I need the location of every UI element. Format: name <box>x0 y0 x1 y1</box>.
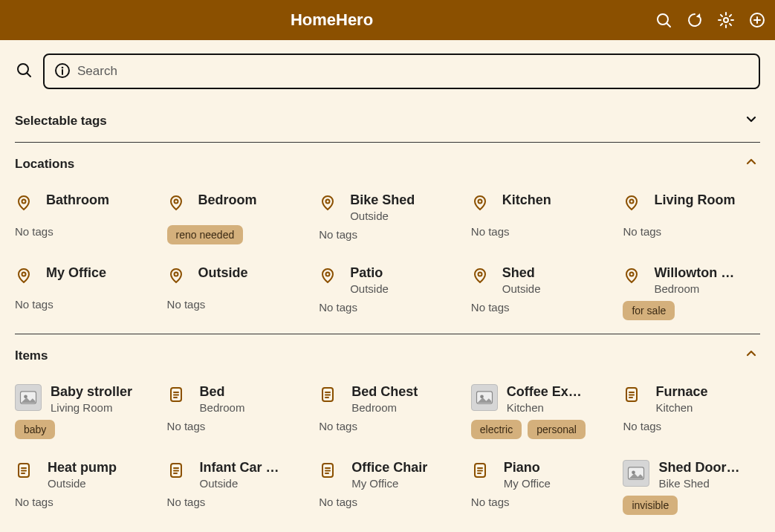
item-location: My Office <box>351 477 456 490</box>
location-parent: Outside <box>350 282 456 295</box>
item-card[interactable]: Office ChairMy OfficeNo tags <box>319 460 456 515</box>
tag-row: No tags <box>319 420 456 432</box>
item-card[interactable]: Baby strollerLiving Roombaby <box>15 384 152 439</box>
no-tags-label: No tags <box>15 496 53 508</box>
item-name: Coffee Ex… <box>507 384 609 400</box>
item-location: Bedroom <box>200 401 305 414</box>
no-tags-label: No tags <box>471 496 510 508</box>
item-card[interactable]: Coffee Ex…Kitchenelectricpersonal <box>471 384 609 439</box>
location-card[interactable]: KitchenNo tags <box>471 192 609 244</box>
search-row <box>15 40 760 100</box>
location-card[interactable]: PatioOutsideNo tags <box>319 265 456 320</box>
location-name: Outside <box>198 265 305 281</box>
location-name: Shed <box>502 265 609 281</box>
tag-row: electricpersonal <box>471 420 609 439</box>
item-card[interactable]: Infant Car …OutsideNo tags <box>167 460 305 515</box>
tag-row: No tags <box>471 496 609 508</box>
location-name: Patio <box>350 265 456 281</box>
tag-row: No tags <box>623 420 760 432</box>
item-name: Baby stroller <box>51 384 152 400</box>
no-tags-label: No tags <box>319 496 357 508</box>
no-tags-label: No tags <box>471 225 510 238</box>
item-name: Office Chair <box>351 460 456 476</box>
section-items[interactable]: Items <box>15 334 760 377</box>
item-name: Heat pump <box>48 460 152 476</box>
add-icon[interactable] <box>748 11 766 29</box>
tag-row: baby <box>15 420 152 439</box>
location-card[interactable]: BathroomNo tags <box>15 192 152 244</box>
location-card[interactable]: My OfficeNo tags <box>15 265 152 320</box>
location-card[interactable]: Willowton …Bedroomfor sale <box>623 265 760 320</box>
item-card[interactable]: PianoMy OfficeNo tags <box>471 460 609 515</box>
no-tags-label: No tags <box>167 298 206 311</box>
location-card[interactable]: ShedOutsideNo tags <box>471 265 609 320</box>
item-card[interactable]: Shed Door…Bike Shedinvisible <box>623 460 760 515</box>
search-icon[interactable] <box>655 11 672 29</box>
app-header: HomeHero <box>0 0 775 40</box>
section-label: Locations <box>15 157 74 172</box>
main-content: Selectable tags Locations BathroomNo tag… <box>0 40 775 532</box>
location-pin-icon <box>623 267 645 292</box>
no-tags-label: No tags <box>623 225 661 238</box>
document-icon <box>319 386 343 412</box>
item-name: Infant Car … <box>200 460 305 476</box>
section-locations[interactable]: Locations <box>15 143 760 185</box>
tag-row: No tags <box>167 420 305 432</box>
tag-row: No tags <box>471 301 609 314</box>
no-tags-label: No tags <box>15 298 53 311</box>
tag-row: No tags <box>167 496 305 508</box>
settings-icon[interactable] <box>717 11 735 29</box>
location-card[interactable]: OutsideNo tags <box>167 265 305 320</box>
section-selectable-tags[interactable]: Selectable tags <box>15 100 760 142</box>
tag-row: reno needed <box>167 225 305 244</box>
item-thumbnail <box>623 460 649 487</box>
location-parent: Bedroom <box>654 282 760 295</box>
location-card[interactable]: Bike ShedOutsideNo tags <box>319 192 456 244</box>
item-location: Kitchen <box>655 401 760 414</box>
item-card[interactable]: Heat pumpOutsideNo tags <box>15 460 152 515</box>
tag-chip[interactable]: for sale <box>623 301 675 320</box>
document-icon <box>471 461 495 488</box>
items-grid: Baby strollerLiving RoombabyBedBedroomNo… <box>15 377 760 528</box>
no-tags-label: No tags <box>167 496 206 508</box>
item-name: Shed Door… <box>658 460 760 476</box>
tag-row: No tags <box>319 301 456 314</box>
item-card[interactable]: BedBedroomNo tags <box>167 384 305 439</box>
chevron-down-icon <box>742 110 760 132</box>
location-pin-icon <box>15 194 37 219</box>
tag-row: No tags <box>15 496 152 508</box>
item-card[interactable]: Bed ChestBedroomNo tags <box>319 384 456 439</box>
location-card[interactable]: Living RoomNo tags <box>623 192 760 244</box>
document-icon <box>319 461 343 488</box>
tag-row: No tags <box>319 228 456 241</box>
location-parent: Outside <box>502 282 609 295</box>
tag-chip[interactable]: reno needed <box>167 225 244 244</box>
location-pin-icon <box>471 267 493 292</box>
location-pin-icon <box>319 267 341 292</box>
document-icon <box>167 386 191 412</box>
tag-row: No tags <box>15 225 152 238</box>
search-icon[interactable] <box>15 61 33 82</box>
tag-chip[interactable]: invisible <box>623 496 678 515</box>
no-tags-label: No tags <box>319 301 357 314</box>
search-box[interactable] <box>43 53 760 89</box>
app-title: HomeHero <box>9 10 655 30</box>
locations-grid: BathroomNo tagsBedroomreno neededBike Sh… <box>15 185 760 334</box>
info-icon[interactable] <box>53 62 70 81</box>
refresh-icon[interactable] <box>686 11 704 29</box>
location-name: Kitchen <box>502 192 609 208</box>
location-pin-icon <box>15 267 37 292</box>
tag-chip[interactable]: personal <box>528 420 586 439</box>
document-icon <box>623 386 646 412</box>
section-label: Items <box>15 348 48 363</box>
tag-chip[interactable]: electric <box>471 420 522 439</box>
location-pin-icon <box>319 194 341 219</box>
item-thumbnail <box>15 384 42 411</box>
document-icon <box>15 461 39 488</box>
location-name: Bike Shed <box>350 192 456 208</box>
no-tags-label: No tags <box>319 228 357 241</box>
location-card[interactable]: Bedroomreno needed <box>167 192 305 244</box>
tag-chip[interactable]: baby <box>15 420 55 439</box>
item-card[interactable]: FurnaceKitchenNo tags <box>623 384 760 439</box>
search-input[interactable] <box>77 64 750 79</box>
